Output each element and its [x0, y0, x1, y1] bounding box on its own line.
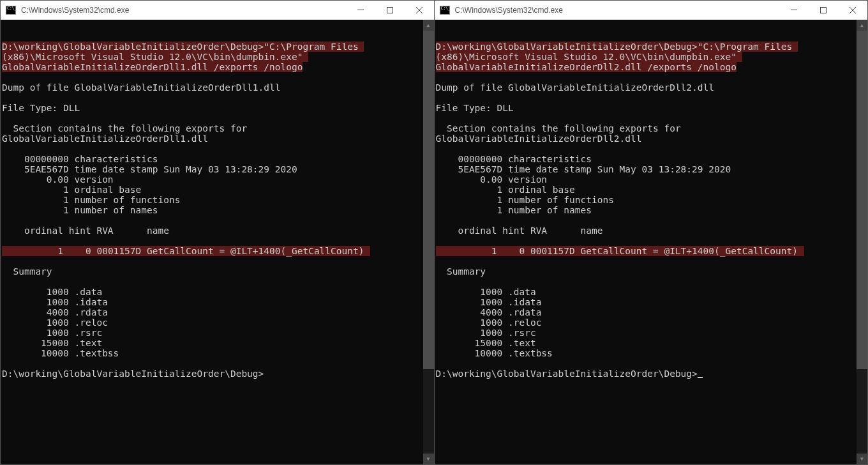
summary-header: Summary: [2, 266, 52, 277]
svg-rect-5: [821, 7, 827, 13]
scroll-up-button[interactable]: ▲: [423, 20, 434, 31]
blank-line: [436, 93, 442, 103]
cmd-icon: [6, 6, 16, 15]
blank-line: [436, 236, 442, 246]
scroll-thumb[interactable]: [857, 31, 867, 369]
blank-line: [436, 113, 442, 123]
blank-line: [2, 72, 8, 82]
prompt: D:\working\GlobalVariableInitializeOrder…: [2, 369, 264, 379]
blank-line: [2, 215, 8, 225]
summary-reloc: 1000 .reloc: [436, 317, 542, 328]
cmd-icon: [440, 6, 450, 15]
summary-rdata: 4000 .rdata: [436, 307, 542, 317]
blank-line: [2, 31, 8, 42]
file-type: File Type: DLL: [436, 103, 514, 113]
timestamp: 5EAE567D time date stamp Sun May 03 13:2…: [436, 164, 731, 174]
summary-reloc: 1000 .reloc: [2, 317, 108, 328]
close-button[interactable]: [838, 1, 867, 19]
blank-line: [436, 256, 442, 266]
file-type: File Type: DLL: [2, 103, 80, 113]
summary-rdata: 4000 .rdata: [2, 307, 108, 317]
summary-data: 1000 .data: [436, 287, 536, 297]
scroll-track[interactable]: [423, 31, 434, 454]
ordinal-base: 1 ordinal base: [436, 185, 575, 195]
titlebar-left[interactable]: C:\Windows\System32\cmd.exe: [1, 1, 434, 20]
blank-line: [2, 358, 8, 369]
ordinal-hint-header: ordinal hint RVA name: [436, 225, 603, 236]
summary-header: Summary: [436, 266, 486, 277]
cmd-window-right: C:\Windows\System32\cmd.exe D:\working\G…: [435, 0, 869, 465]
version: 0.00 version: [436, 174, 548, 185]
maximize-button[interactable]: [375, 1, 405, 19]
version: 0.00 version: [2, 174, 114, 185]
section-header: Section contains the following exports f…: [436, 123, 687, 144]
number-of-names: 1 number of names: [436, 205, 592, 215]
blank-line: [436, 215, 442, 225]
cmd-window-left: C:\Windows\System32\cmd.exe D:\working\G…: [0, 0, 435, 465]
svg-rect-4: [791, 10, 797, 10]
blank-line: [2, 256, 8, 266]
summary-idata: 1000 .idata: [436, 297, 542, 307]
window-controls-left: [346, 1, 434, 19]
summary-text: 15000 .text: [436, 338, 536, 348]
command-line: D:\working\GlobalVariableInitializeOrder…: [436, 42, 798, 72]
scrollbar-left[interactable]: ▲ ▼: [423, 20, 434, 464]
blank-line: [436, 72, 442, 82]
blank-line: [2, 113, 8, 123]
window-title-right: C:\Windows\System32\cmd.exe: [455, 6, 780, 15]
minimize-button[interactable]: [779, 1, 809, 19]
ordinal-hint-header: ordinal hint RVA name: [2, 225, 169, 236]
summary-rsrc: 1000 .rsrc: [2, 328, 102, 338]
dump-of-file: Dump of file GlobalVariableInitializeOrd…: [2, 82, 281, 93]
blank-line: [2, 236, 8, 246]
summary-text: 15000 .text: [2, 338, 102, 348]
blank-line: [436, 144, 442, 154]
window-controls-right: [779, 1, 867, 19]
scroll-thumb[interactable]: [423, 31, 434, 369]
scrollbar-right[interactable]: ▲ ▼: [857, 20, 867, 464]
svg-rect-1: [387, 7, 393, 13]
section-header: Section contains the following exports f…: [2, 123, 253, 144]
export-row: 1 0 0001157D GetCallCount = @ILT+1400(_G…: [436, 246, 804, 256]
number-of-functions: 1 number of functions: [2, 195, 180, 205]
scroll-track[interactable]: [857, 31, 867, 454]
number-of-functions: 1 number of functions: [436, 195, 614, 205]
blank-line: [436, 277, 442, 287]
terminal-left[interactable]: D:\working\GlobalVariableInitializeOrder…: [1, 20, 434, 464]
titlebar-right[interactable]: C:\Windows\System32\cmd.exe: [435, 1, 868, 20]
close-button[interactable]: [405, 1, 434, 19]
number-of-names: 1 number of names: [2, 205, 158, 215]
minimize-button[interactable]: [346, 1, 375, 19]
blank-line: [2, 277, 8, 287]
blank-line: [436, 31, 442, 42]
export-row: 1 0 0001157D GetCallCount = @ILT+1400(_G…: [2, 246, 370, 256]
dump-of-file: Dump of file GlobalVariableInitializeOrd…: [436, 82, 715, 93]
blank-line: [436, 358, 442, 369]
prompt: D:\working\GlobalVariableInitializeOrder…: [436, 369, 698, 379]
summary-idata: 1000 .idata: [2, 297, 108, 307]
svg-rect-0: [357, 10, 364, 10]
ordinal-base: 1 ordinal base: [2, 185, 141, 195]
scroll-up-button[interactable]: ▲: [857, 20, 867, 31]
summary-rsrc: 1000 .rsrc: [436, 328, 536, 338]
summary-textbss: 10000 .textbss: [436, 348, 553, 358]
terminal-right[interactable]: D:\working\GlobalVariableInitializeOrder…: [435, 20, 868, 464]
summary-data: 1000 .data: [2, 287, 102, 297]
scroll-down-button[interactable]: ▼: [857, 454, 867, 464]
characteristics: 00000000 characteristics: [436, 154, 592, 164]
summary-textbss: 10000 .textbss: [2, 348, 119, 358]
cursor-icon: [698, 377, 703, 378]
maximize-button[interactable]: [809, 1, 838, 19]
blank-line: [2, 144, 8, 154]
scroll-down-button[interactable]: ▼: [423, 454, 434, 464]
timestamp: 5EAE567D time date stamp Sun May 03 13:2…: [2, 164, 297, 174]
command-line: D:\working\GlobalVariableInitializeOrder…: [2, 42, 364, 72]
blank-line: [2, 93, 8, 103]
characteristics: 00000000 characteristics: [2, 154, 158, 164]
window-title-left: C:\Windows\System32\cmd.exe: [21, 6, 346, 15]
